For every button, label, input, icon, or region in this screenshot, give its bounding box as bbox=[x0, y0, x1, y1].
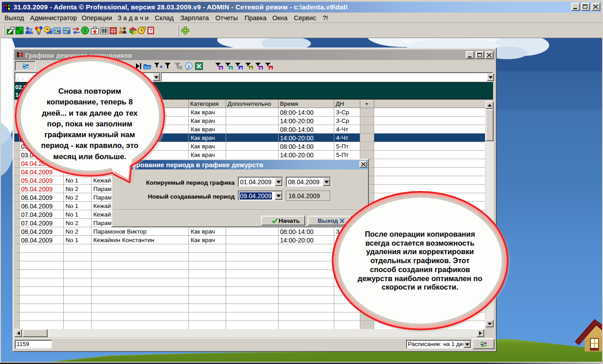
svg-text:C: C bbox=[56, 28, 60, 35]
svg-text:i: i bbox=[188, 64, 189, 69]
svg-text:к: к bbox=[220, 66, 222, 70]
svg-text:д: д bbox=[240, 66, 242, 70]
svg-text:?: ? bbox=[149, 28, 152, 33]
svg-text:$: $ bbox=[83, 28, 87, 33]
svg-text:7: 7 bbox=[66, 28, 69, 35]
svg-text:к: к bbox=[260, 66, 262, 70]
svg-text:н: н bbox=[250, 66, 252, 70]
svg-text:с: с bbox=[230, 66, 232, 70]
